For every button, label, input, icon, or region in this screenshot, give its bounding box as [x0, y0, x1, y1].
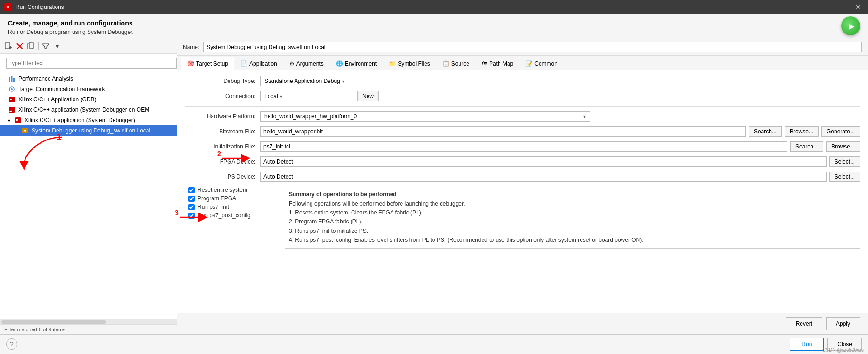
duplicate-config-button[interactable]	[26, 41, 36, 51]
checkbox-reset-system: Reset entire system	[185, 187, 279, 193]
hardware-platform-value: hello_world_wrapper_hw_platform_0	[264, 113, 357, 120]
tab-label: Path Map	[489, 60, 513, 67]
ps-device-row: PS Device: Select...	[185, 172, 860, 182]
connection-arrow-icon: ▾	[280, 94, 282, 99]
tab-application[interactable]: 📄 Application	[234, 57, 283, 70]
help-button[interactable]: ?	[6, 338, 17, 350]
tab-label: Symbol Files	[398, 60, 430, 67]
svg-text:Ξ: Ξ	[9, 108, 12, 113]
tab-source[interactable]: 📋 Source	[436, 57, 475, 70]
bitstream-file-control: Search... Browse... Generate...	[260, 126, 860, 137]
filter-input[interactable]	[6, 58, 177, 69]
new-connection-button[interactable]: New	[357, 91, 379, 101]
tab-label: Common	[534, 60, 557, 67]
run-ps7init-checkbox[interactable]	[188, 204, 195, 210]
title-bar: R Run Configurations ✕	[0, 0, 868, 14]
fpga-device-input[interactable]	[260, 156, 827, 167]
header-subtitle: Run or Debug a program using System Debu…	[8, 29, 860, 35]
connection-dropdown[interactable]: Local ▾	[260, 91, 354, 101]
svg-rect-6	[29, 43, 33, 48]
tree-item-system-debugger-local[interactable]: ⚙ System Debugger using Debug_sw.elf on …	[0, 125, 177, 136]
tabs-bar: 🎯 Target Setup 📄 Application ⚙ Arguments…	[177, 56, 868, 70]
filter-status: Filter matched 6 of 9 items	[0, 324, 177, 334]
name-input[interactable]	[203, 42, 862, 52]
ps-select-button[interactable]: Select...	[829, 172, 860, 182]
tab-label: Target Setup	[196, 60, 228, 67]
debug-type-arrow-icon: ▾	[342, 79, 344, 84]
new-config-button[interactable]	[3, 41, 14, 51]
tab-arguments[interactable]: ⚙ Arguments	[283, 57, 330, 70]
tree-item-label: Xilinx C/C++ application (System Debugge…	[18, 107, 149, 113]
tree-item-xilinx-gdb[interactable]: Ξ Xilinx C/C++ Application (GDB)	[0, 94, 177, 105]
toolbar: ▾	[0, 39, 177, 54]
debug-type-dropdown[interactable]: Standalone Application Debug ▾	[260, 76, 373, 86]
run-button[interactable]: Run	[790, 338, 824, 351]
svg-text:Ξ: Ξ	[9, 98, 12, 102]
menu-button[interactable]: ▾	[52, 41, 62, 51]
tree-item-target-communication[interactable]: Target Communication Framework	[0, 84, 177, 94]
tab-label: Application	[249, 60, 277, 67]
separator	[185, 106, 860, 107]
filter-button[interactable]	[41, 41, 51, 51]
program-fpga-checkbox[interactable]	[188, 196, 195, 202]
bitstream-file-label: Bitstream File:	[185, 128, 260, 135]
close-button[interactable]: ✕	[852, 2, 864, 12]
svg-rect-9	[13, 78, 15, 82]
reset-system-label: Reset entire system	[197, 187, 247, 193]
tree-item-performance-analysis[interactable]: Performance Analysis	[0, 74, 177, 84]
connection-label: Connection:	[185, 93, 260, 99]
tree-item-label: Xilinx C/C++ application (System Debugge…	[25, 117, 135, 123]
tab-environment[interactable]: 🌐 Environment	[330, 57, 383, 70]
window-icon: R	[4, 3, 12, 11]
run-ps7postconfig-label: Run ps7_post_config	[197, 212, 251, 219]
revert-button[interactable]: Revert	[786, 317, 822, 330]
tab-common[interactable]: 📝 Common	[519, 57, 564, 70]
watermark: CSDN @xzs520xzs	[822, 347, 864, 353]
initialization-file-label: Initialization File:	[185, 143, 260, 150]
debug-type-label: Debug Type:	[185, 78, 260, 84]
debug-type-row: Debug Type: Standalone Application Debug…	[185, 76, 860, 86]
arguments-tab-icon: ⚙	[289, 60, 295, 67]
initialization-file-row: Initialization File: Search... Browse...	[185, 141, 860, 152]
initialization-file-input[interactable]	[260, 141, 787, 152]
hardware-platform-row: Hardware Platform: hello_world_wrapper_h…	[185, 111, 860, 122]
init-browse-button[interactable]: Browse...	[826, 141, 860, 152]
header-title: Create, manage, and run configurations	[8, 19, 860, 27]
bitstream-browse-button[interactable]: Browse...	[785, 126, 819, 137]
tab-target-setup[interactable]: 🎯 Target Setup	[181, 57, 234, 70]
fpga-select-button[interactable]: Select...	[829, 156, 860, 167]
fpga-device-control: Select...	[260, 156, 860, 167]
environment-tab-icon: 🌐	[336, 60, 343, 67]
config-area: Debug Type: Standalone Application Debug…	[177, 70, 868, 313]
ps-device-control: Select...	[260, 172, 860, 182]
init-search-button[interactable]: Search...	[790, 141, 823, 152]
reset-system-checkbox[interactable]	[188, 187, 195, 193]
xilinx-gdb-icon: Ξ	[8, 96, 16, 103]
tab-path-map[interactable]: 🗺 Path Map	[475, 57, 519, 70]
svg-rect-8	[11, 76, 13, 82]
ps-device-input[interactable]	[260, 172, 827, 182]
debugger-local-icon: ⚙	[21, 127, 29, 134]
fpga-device-row: FPGA Device: Select...	[185, 156, 860, 167]
symbol-files-tab-icon: 📁	[389, 60, 396, 67]
apply-button[interactable]: Apply	[826, 317, 860, 330]
tree-item-xilinx-sys-debugger[interactable]: ▾ Ξ Xilinx C/C++ application (System Deb…	[0, 115, 177, 125]
bitstream-generate-button[interactable]: Generate...	[821, 126, 860, 137]
svg-text:⚙: ⚙	[23, 129, 26, 133]
tree-item-label: Xilinx C/C++ Application (GDB)	[18, 96, 96, 103]
tab-symbol-files[interactable]: 📁 Symbol Files	[383, 57, 436, 70]
bitstream-file-input[interactable]	[260, 126, 746, 137]
xilinx-qem-icon: Ξ	[8, 106, 16, 114]
tree-item-xilinx-sys-qem[interactable]: Ξ Xilinx C/C++ application (System Debug…	[0, 105, 177, 115]
toolbar-separator	[38, 42, 39, 50]
bitstream-search-button[interactable]: Search...	[749, 126, 782, 137]
main-content: ▾ Performance Analysis Targe	[0, 39, 868, 334]
horizontal-scrollbar[interactable]	[0, 319, 177, 324]
hardware-platform-dropdown[interactable]: hello_world_wrapper_hw_platform_0 ▾	[260, 111, 590, 122]
run-button-header[interactable]	[841, 16, 860, 35]
name-label: Name:	[183, 44, 199, 50]
target-communication-icon	[8, 85, 16, 93]
run-ps7init-label: Run ps7_init	[197, 204, 229, 210]
delete-config-button[interactable]	[15, 41, 25, 51]
run-ps7postconfig-checkbox[interactable]	[188, 213, 195, 219]
